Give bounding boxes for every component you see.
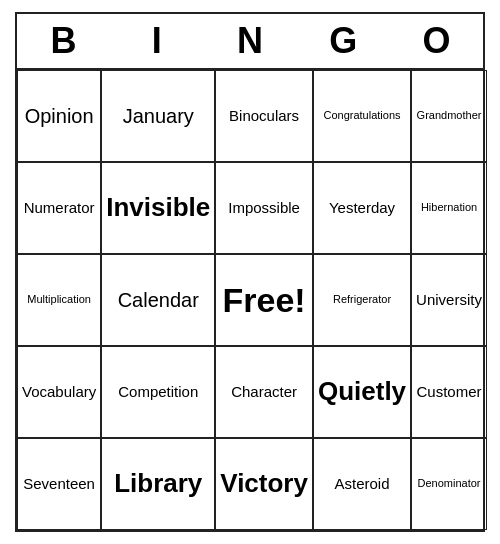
cell-text: Quietly [318,376,406,407]
cell-text: Victory [220,468,308,499]
cell-text: Yesterday [329,199,395,217]
bingo-cell: Impossible [215,162,313,254]
header-letter: G [297,14,390,68]
bingo-cell: Opinion [17,70,101,162]
bingo-cell: Binoculars [215,70,313,162]
cell-text: University [416,291,482,309]
bingo-card: BINGO OpinionJanuaryBinocularsCongratula… [15,12,485,532]
bingo-cell: Quietly [313,346,411,438]
bingo-cell: Character [215,346,313,438]
cell-text: Opinion [25,104,94,128]
cell-text: Refrigerator [333,293,391,306]
cell-text: Multiplication [27,293,91,306]
cell-text: Grandmother [417,109,482,122]
header-letter: I [110,14,203,68]
bingo-cell: Hibernation [411,162,487,254]
cell-text: Vocabulary [22,383,96,401]
cell-text: Invisible [106,192,210,223]
bingo-cell: Grandmother [411,70,487,162]
header-letter: B [17,14,110,68]
bingo-cell: Multiplication [17,254,101,346]
cell-text: Competition [118,383,198,401]
bingo-cell: Invisible [101,162,215,254]
cell-text: Calendar [118,288,199,312]
bingo-cell: Congratulations [313,70,411,162]
bingo-header: BINGO [17,14,483,70]
cell-text: Congratulations [323,109,400,122]
cell-text: Seventeen [23,475,95,493]
bingo-cell: Customer [411,346,487,438]
bingo-cell: Competition [101,346,215,438]
bingo-cell: Yesterday [313,162,411,254]
cell-text: Numerator [24,199,95,217]
header-letter: O [390,14,483,68]
bingo-cell: Victory [215,438,313,530]
bingo-cell: University [411,254,487,346]
bingo-grid: OpinionJanuaryBinocularsCongratulationsG… [17,70,483,530]
cell-text: Denominator [418,477,481,490]
bingo-cell: Numerator [17,162,101,254]
cell-text: Customer [417,383,482,401]
bingo-cell: Refrigerator [313,254,411,346]
cell-text: Library [114,468,202,499]
bingo-cell: Seventeen [17,438,101,530]
bingo-cell: Denominator [411,438,487,530]
cell-text: Hibernation [421,201,477,214]
cell-text: Character [231,383,297,401]
bingo-cell: Vocabulary [17,346,101,438]
header-letter: N [203,14,296,68]
bingo-cell: Asteroid [313,438,411,530]
cell-text: Asteroid [335,475,390,493]
bingo-cell: January [101,70,215,162]
bingo-cell: Free! [215,254,313,346]
cell-text: Free! [223,280,306,321]
cell-text: Binoculars [229,107,299,125]
bingo-cell: Calendar [101,254,215,346]
bingo-cell: Library [101,438,215,530]
cell-text: Impossible [228,199,300,217]
cell-text: January [123,104,194,128]
